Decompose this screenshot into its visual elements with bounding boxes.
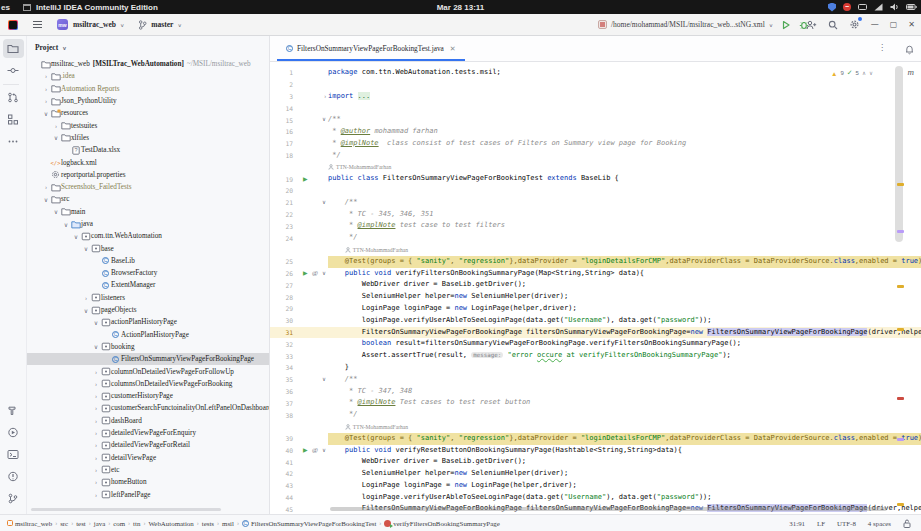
code-line[interactable]: 36 * TC - 347, 348 bbox=[270, 386, 921, 398]
fold-expanded-icon[interactable]: ∨ bbox=[322, 199, 326, 205]
chevron-expanded-icon[interactable]: ∨ bbox=[92, 319, 100, 326]
code-line[interactable]: 43 LoginPage loginPage = new LoginPage(h… bbox=[270, 480, 921, 492]
code-line[interactable]: 21∨ /** bbox=[270, 197, 921, 209]
code-text[interactable]: public class FiltersOnSummaryViewPageFor… bbox=[328, 173, 921, 185]
main-menu-button[interactable] bbox=[30, 18, 45, 31]
tree-item[interactable]: ›customerHistoryPage bbox=[27, 390, 269, 402]
code-line[interactable]: 14 bbox=[270, 102, 921, 114]
chevron-collapsed-icon[interactable]: › bbox=[92, 479, 100, 485]
project-widget[interactable]: msiltrac_web ∨ bbox=[73, 20, 124, 29]
code-line[interactable]: 38 */ bbox=[270, 409, 921, 421]
tree-item[interactable]: ∨resources bbox=[27, 107, 269, 119]
tree-item[interactable]: ›detailViewPage bbox=[27, 452, 269, 464]
chevron-expanded-icon[interactable]: ∨ bbox=[82, 307, 90, 314]
chevron-collapsed-icon[interactable]: › bbox=[92, 405, 100, 411]
chevron-expanded-icon[interactable]: ∨ bbox=[92, 343, 100, 350]
settings-button[interactable] bbox=[849, 19, 860, 30]
breadcrumb-item[interactable]: CFiltersOnSummaryViewPageForBookingTest bbox=[242, 520, 376, 527]
chevron-collapsed-icon[interactable]: › bbox=[42, 98, 50, 104]
chevron-expanded-icon[interactable]: ∨ bbox=[42, 196, 50, 203]
code-line[interactable]: 1package com.ttn.WebAutomation.tests.msi… bbox=[270, 67, 921, 79]
code-line[interactable]: 20 bbox=[270, 185, 921, 197]
code-text[interactable]: FiltersOnSummaryViewPageForBookingPage f… bbox=[328, 327, 921, 339]
chevron-expanded-icon[interactable]: ∨ bbox=[62, 221, 70, 228]
tree-item[interactable]: ∨com.ttn.WebAutomation bbox=[27, 230, 269, 242]
code-line[interactable]: 34 } bbox=[270, 362, 921, 374]
breadcrumb-item[interactable]: msil bbox=[222, 520, 234, 527]
tab-options-icon[interactable]: ⋮ bbox=[878, 43, 887, 52]
commit-icon[interactable] bbox=[3, 61, 24, 80]
chevron-collapsed-icon[interactable]: › bbox=[92, 467, 100, 473]
tree-item[interactable]: ∨pageObjects bbox=[27, 304, 269, 316]
code-text[interactable]: Assert.assertTrue(result, message: "erro… bbox=[328, 350, 921, 362]
tree-item[interactable]: ›Automation Reports bbox=[27, 83, 269, 95]
run-gutter-icon[interactable]: ▶ bbox=[303, 446, 308, 453]
code-line[interactable]: 27 WebDriver driver = BaseLib.getDriver(… bbox=[270, 279, 921, 291]
tree-item[interactable]: ›columnOnDetailedViewPageForFollowUp bbox=[27, 365, 269, 377]
code-line[interactable]: 26▶@∨ public void verifyFiltersOnBooking… bbox=[270, 268, 921, 280]
code-text[interactable]: LoginPage loginPage = new LoginPage(help… bbox=[328, 480, 921, 492]
code-text[interactable]: * TC - 345, 346, 351 bbox=[328, 209, 921, 221]
code-text[interactable]: * @author mohammad farhan bbox=[328, 126, 921, 138]
run-gutter-icon[interactable]: ▶ bbox=[303, 175, 308, 182]
breadcrumb-item[interactable]: test bbox=[76, 520, 86, 527]
code-text[interactable]: SeleniumHelper helper=new SeleniumHelper… bbox=[328, 468, 921, 480]
tree-item[interactable]: ›leftPanelPage bbox=[27, 488, 269, 500]
structure-icon[interactable] bbox=[3, 110, 24, 129]
search-everywhere-button[interactable] bbox=[828, 20, 838, 30]
code-text[interactable]: loginPage.verifyUserAbleToSeeLoginPage(d… bbox=[328, 492, 921, 504]
code-line[interactable]: 40▶@∨ public void verifyResetButtonOnBoo… bbox=[270, 445, 921, 457]
chevron-collapsed-icon[interactable]: › bbox=[92, 381, 100, 387]
code-line[interactable]: 19▶public class FiltersOnSummaryViewPage… bbox=[270, 173, 921, 185]
version-control-icon[interactable] bbox=[3, 489, 24, 508]
tree-item[interactable]: ?TestData.xlsx bbox=[27, 144, 269, 156]
code-line[interactable]: 18 */ bbox=[270, 150, 921, 162]
code-text[interactable]: */ bbox=[328, 409, 921, 421]
prev-problem-icon[interactable]: ∧ bbox=[862, 70, 866, 76]
tree-item[interactable]: reportportal.properties bbox=[27, 169, 269, 181]
caret-position[interactable]: 31:91 bbox=[789, 520, 805, 527]
error-stripe-mark[interactable] bbox=[897, 328, 904, 331]
chevron-collapsed-icon[interactable]: › bbox=[92, 369, 100, 375]
test-annotation-gutter-icon[interactable]: @ bbox=[312, 269, 318, 276]
tree-item[interactable]: CBrowserFactory bbox=[27, 267, 269, 279]
error-stripe-mark[interactable] bbox=[897, 397, 904, 400]
more-icon[interactable] bbox=[3, 132, 24, 151]
code-line[interactable]: 22 * TC - 345, 346, 351 bbox=[270, 209, 921, 221]
minimize-button[interactable]: — bbox=[871, 20, 879, 29]
code-line[interactable]: 44 loginPage.verifyUserAbleToSeeLoginPag… bbox=[270, 492, 921, 504]
chevron-expanded-icon[interactable]: ∨ bbox=[82, 245, 90, 252]
breadcrumb-item[interactable]: tests bbox=[202, 520, 214, 527]
code-with-me-button[interactable] bbox=[806, 20, 817, 30]
tree-item[interactable]: ›etc bbox=[27, 464, 269, 476]
code-text[interactable]: SeleniumHelper helper=new SeleniumHelper… bbox=[328, 291, 921, 303]
code-text[interactable]: * @implNote class consist of test cases … bbox=[328, 138, 921, 150]
chevron-expanded-icon[interactable]: ∨ bbox=[52, 134, 60, 141]
code-line[interactable]: 23 * @implNote test case to test filters bbox=[270, 220, 921, 232]
tree-item[interactable]: ›customerSearchFunctoinalityOnLeftPanelO… bbox=[27, 402, 269, 414]
tree-item[interactable]: CExtentManager bbox=[27, 279, 269, 291]
chevron-collapsed-icon[interactable]: › bbox=[42, 86, 50, 92]
breadcrumb-item[interactable]: WebAutomation bbox=[148, 520, 193, 527]
code-line[interactable]: 2 bbox=[270, 79, 921, 91]
breadcrumb-item[interactable]: ttn bbox=[133, 520, 140, 527]
author-code-vision-hint[interactable]: TTN-MohammadFarhan bbox=[270, 421, 921, 433]
tree-item[interactable]: ›.idea bbox=[27, 70, 269, 82]
code-text[interactable]: */ bbox=[328, 150, 921, 162]
author-code-vision-hint[interactable]: TTN-MohammadFarhan bbox=[270, 161, 921, 173]
vcs-branch-widget[interactable]: master ∨ bbox=[138, 20, 181, 30]
code-line[interactable]: 35∨ /** bbox=[270, 374, 921, 386]
code-text[interactable]: */ bbox=[328, 232, 921, 244]
tree-item[interactable]: ›detailedViewPageForEnquiry bbox=[27, 427, 269, 439]
problems-icon[interactable] bbox=[3, 467, 24, 486]
fold-expanded-icon[interactable]: ∨ bbox=[322, 116, 326, 122]
breadcrumb-item[interactable]: com bbox=[113, 520, 125, 527]
code-line[interactable]: 37 * @implNote Test cases to test reset … bbox=[270, 397, 921, 409]
tree-item[interactable]: CActionPlanHistoryPage bbox=[27, 329, 269, 341]
code-text[interactable]: @Test(groups = { "sanity", "regression"}… bbox=[328, 433, 921, 445]
tree-item[interactable]: ∨main bbox=[27, 206, 269, 218]
run-gutter-icon[interactable]: ▶ bbox=[303, 269, 308, 276]
fold-expanded-icon[interactable]: ∨ bbox=[322, 376, 326, 382]
error-stripe-mark[interactable] bbox=[897, 503, 904, 506]
code-text[interactable]: public void verifyResetButtonOnBookingSu… bbox=[328, 445, 921, 457]
